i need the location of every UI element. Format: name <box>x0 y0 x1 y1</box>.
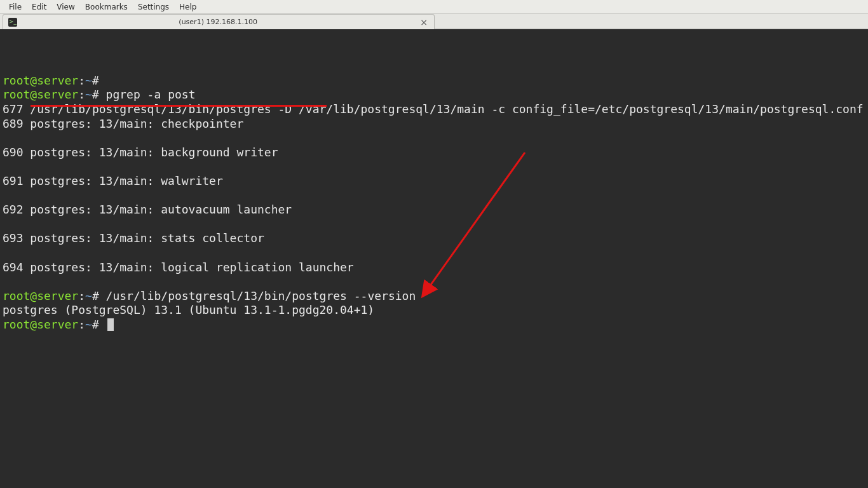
menu-file[interactable]: File <box>4 1 27 13</box>
terminal-output-line: 693 postgres: 13/main: stats collector <box>3 231 865 246</box>
menubar: File Edit View Bookmarks Settings Help <box>0 0 868 14</box>
terminal-blank-line <box>3 217 865 232</box>
close-icon[interactable]: × <box>419 17 429 27</box>
prompt-user-host: root@server <box>3 289 78 302</box>
prompt-user-host: root@server <box>3 74 78 87</box>
tabbar-empty <box>435 14 868 29</box>
prompt-user-host: root@server <box>3 88 78 101</box>
terminal-blank-line <box>3 159 865 174</box>
terminal-command: /usr/lib/postgresql/13/bin/postgres --ve… <box>106 289 416 302</box>
terminal-output-line: 691 postgres: 13/main: walwriter <box>3 174 865 189</box>
menu-bookmarks[interactable]: Bookmarks <box>80 1 133 13</box>
terminal-prompt-line: root@server:~# <box>3 74 865 88</box>
terminal-prompt-line: root@server:~# /usr/lib/postgresql/13/bi… <box>3 289 865 304</box>
terminal-output-line: postgres (PostgreSQL) 13.1 (Ubuntu 13.1-… <box>3 303 865 318</box>
menu-view[interactable]: View <box>51 1 79 13</box>
menu-edit[interactable]: Edit <box>27 1 51 13</box>
terminal-output-line: 677 /usr/lib/postgresql/13/bin/postgres … <box>3 102 865 117</box>
terminal-cursor <box>107 318 114 331</box>
terminal-output-line: 690 postgres: 13/main: background writer <box>3 146 865 160</box>
terminal-icon: >_ <box>8 18 17 27</box>
terminal-prompt-line: root@server:~# pgrep -a post <box>3 88 865 102</box>
prompt-path: ~ <box>85 74 92 87</box>
session-tab[interactable]: >_ (user1) 192.168.1.100 × <box>3 14 435 29</box>
menu-settings[interactable]: Settings <box>133 1 174 13</box>
prompt-path: ~ <box>85 88 92 101</box>
terminal-blank-line <box>3 274 865 289</box>
terminal-blank-line <box>3 131 865 146</box>
tab-title: (user1) 192.168.1.100 <box>21 18 415 26</box>
terminal-output-line: 692 postgres: 13/main: autovacuum launch… <box>3 203 865 217</box>
terminal-output-line: 694 postgres: 13/main: logical replicati… <box>3 261 865 275</box>
menu-help[interactable]: Help <box>174 1 201 13</box>
terminal-blank-line <box>3 189 865 203</box>
prompt-path: ~ <box>85 289 92 302</box>
terminal-command: pgrep -a post <box>106 88 196 101</box>
terminal-output-line: 689 postgres: 13/main: checkpointer <box>3 117 865 132</box>
terminal-blank-line <box>3 246 865 261</box>
terminal[interactable]: root@server:~# root@server:~# pgrep -a p… <box>0 29 868 488</box>
terminal-prompt-line: root@server:~# <box>3 318 865 332</box>
prompt-user-host: root@server <box>3 318 78 331</box>
prompt-path: ~ <box>85 318 92 331</box>
tabbar: >_ (user1) 192.168.1.100 × <box>0 14 868 29</box>
